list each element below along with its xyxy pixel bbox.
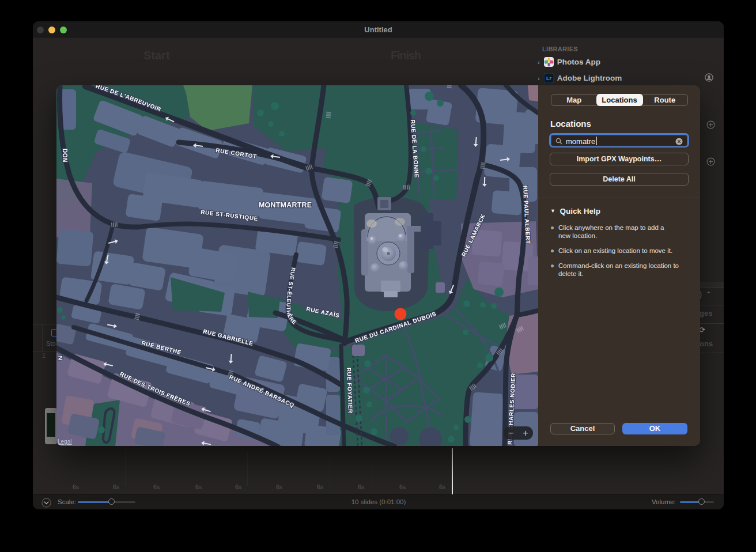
svg-text:+: +: [523, 428, 528, 438]
svg-text:−: −: [508, 428, 513, 438]
svg-text:DON: DON: [62, 149, 68, 162]
svg-text:N: N: [57, 356, 64, 361]
svg-text:Lr: Lr: [546, 75, 551, 81]
svg-text:Legal: Legal: [58, 438, 71, 445]
svg-text:MONTMARTRE: MONTMARTRE: [259, 201, 312, 209]
